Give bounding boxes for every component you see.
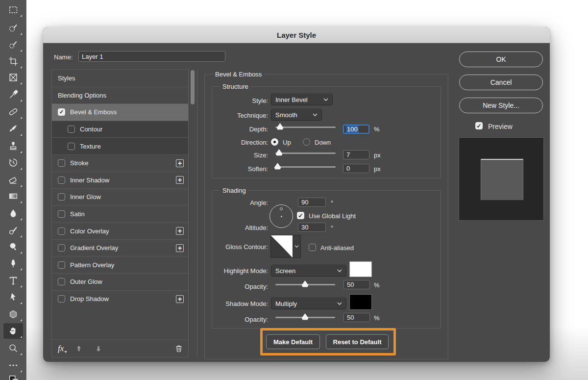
shadow-opacity-input[interactable]: 50 (343, 313, 370, 322)
history-brush-icon[interactable] (3, 155, 23, 171)
add-effect-icon[interactable]: + (176, 227, 184, 235)
smudge-icon[interactable] (3, 223, 23, 238)
shape-icon[interactable] (3, 306, 23, 322)
list-scrollbar-thumb[interactable] (191, 70, 195, 104)
move-up-icon[interactable] (74, 344, 83, 353)
list-item-drop-shadow[interactable]: Drop Shadow+ (52, 290, 188, 307)
checkbox[interactable] (58, 159, 65, 167)
selection-brush-icon[interactable] (3, 20, 23, 36)
list-item-color-overlay[interactable]: Color Overlay+ (52, 222, 188, 239)
size-input[interactable]: 7 (343, 150, 369, 159)
new-style-button[interactable]: New Style... (459, 98, 543, 113)
list-item-blending-options[interactable]: Blending Options (52, 87, 188, 104)
checkbox[interactable] (58, 228, 65, 235)
checkbox[interactable] (58, 278, 65, 285)
delete-effect-icon[interactable] (174, 344, 183, 353)
dialog-titlebar[interactable]: Layer Style (43, 27, 550, 43)
soften-input[interactable]: 0 (343, 164, 369, 173)
anti-aliased-checkbox[interactable] (309, 244, 316, 251)
checkbox[interactable] (58, 295, 65, 303)
checkbox[interactable] (68, 143, 75, 150)
angle-label: Angle: (199, 199, 268, 206)
reset-to-default-button[interactable]: Reset to Default (326, 334, 389, 349)
path-selection-icon[interactable] (3, 289, 23, 305)
list-item-label: Stroke (70, 159, 89, 167)
shadow-mode-dropdown[interactable]: Multiply (271, 298, 346, 309)
list-item-satin[interactable]: Satin (52, 205, 188, 223)
checkbox[interactable] (58, 261, 65, 269)
clone-stamp-icon[interactable] (3, 138, 23, 154)
ok-button[interactable]: OK (459, 51, 543, 67)
checkbox[interactable] (58, 210, 65, 218)
quick-selection-icon[interactable] (3, 37, 23, 52)
color-swatches-icon[interactable] (3, 372, 23, 380)
direction-down-label: Down (315, 139, 331, 146)
style-preview (459, 137, 544, 221)
zoom-icon[interactable] (3, 340, 23, 356)
soften-slider[interactable] (275, 166, 336, 168)
frame-icon[interactable] (3, 70, 23, 85)
add-effect-icon[interactable]: + (176, 176, 184, 184)
list-item-contour[interactable]: Contour (52, 121, 188, 138)
list-item-gradient-overlay[interactable]: Gradient Overlay+ (52, 239, 188, 256)
gradient-icon[interactable] (3, 188, 23, 204)
altitude-input[interactable]: 30 (298, 223, 326, 232)
angle-unit: ° (331, 199, 333, 206)
use-global-light-checkbox[interactable]: ✓ (297, 212, 304, 219)
preview-checkbox[interactable]: ✓ (475, 122, 483, 129)
list-item-bevel-emboss[interactable]: ✓Bevel & Emboss (52, 103, 188, 121)
list-item-outer-glow[interactable]: Outer Glow (52, 273, 188, 290)
angle-dial[interactable] (270, 204, 293, 228)
angle-input[interactable]: 90 (298, 198, 326, 207)
highlight-mode-dropdown[interactable]: Screen (271, 265, 346, 277)
direction-down-radio[interactable] (303, 138, 310, 146)
checkbox-checked[interactable]: ✓ (58, 108, 65, 116)
pen-icon[interactable] (3, 255, 23, 271)
list-item-label: Texture (80, 143, 101, 150)
ellipsis-icon[interactable] (3, 357, 23, 373)
depth-input[interactable]: 100 (343, 125, 369, 134)
direction-up-radio[interactable] (271, 138, 278, 146)
add-effect-icon[interactable]: + (176, 295, 184, 303)
shadow-opacity-slider[interactable] (275, 317, 335, 318)
technique-dropdown[interactable]: Smooth (271, 109, 322, 121)
make-default-button[interactable]: Make Default (266, 334, 320, 349)
style-dropdown[interactable]: Inner Bevel (271, 94, 333, 105)
blur-icon[interactable] (3, 205, 23, 221)
cancel-button[interactable]: Cancel (459, 75, 543, 90)
gloss-contour-picker[interactable] (270, 235, 301, 258)
fx-menu-icon[interactable]: fx (58, 344, 64, 354)
dodge-icon[interactable] (3, 239, 23, 254)
highlight-color-swatch[interactable] (349, 261, 372, 277)
name-input[interactable] (78, 51, 225, 62)
highlight-opacity-slider[interactable] (275, 284, 335, 285)
hand-icon[interactable] (3, 323, 23, 339)
checkbox[interactable] (68, 126, 75, 133)
add-effect-icon[interactable]: + (176, 159, 184, 167)
list-item-texture[interactable]: Texture (52, 137, 188, 154)
style-label: Style: (199, 97, 268, 104)
direction-label: Direction: (199, 139, 268, 146)
list-item-inner-shadow[interactable]: Inner Shadow+ (52, 172, 188, 189)
type-icon[interactable] (3, 273, 23, 288)
healing-brush-icon[interactable] (3, 104, 23, 120)
depth-slider[interactable] (275, 127, 336, 128)
checkbox[interactable] (58, 193, 65, 201)
eyedropper-icon[interactable] (3, 87, 23, 102)
eraser-icon[interactable] (3, 172, 23, 188)
chevron-down-icon[interactable] (293, 235, 300, 257)
list-item-pattern-overlay[interactable]: Pattern Overlay (52, 256, 188, 274)
add-effect-icon[interactable]: + (176, 244, 184, 252)
checkbox[interactable] (58, 244, 65, 252)
brush-icon[interactable] (3, 121, 23, 137)
size-slider[interactable] (275, 152, 336, 154)
list-item-stroke[interactable]: Stroke+ (52, 154, 188, 172)
rect-marquee-icon[interactable] (3, 2, 23, 18)
shadow-color-swatch[interactable] (349, 294, 372, 310)
list-item-inner-glow[interactable]: Inner Glow (52, 188, 188, 205)
list-item-styles[interactable]: Styles (52, 70, 188, 87)
highlight-opacity-input[interactable]: 50 (343, 280, 370, 289)
checkbox[interactable] (58, 177, 65, 184)
crop-icon[interactable] (3, 53, 23, 69)
move-down-icon[interactable] (94, 344, 103, 353)
